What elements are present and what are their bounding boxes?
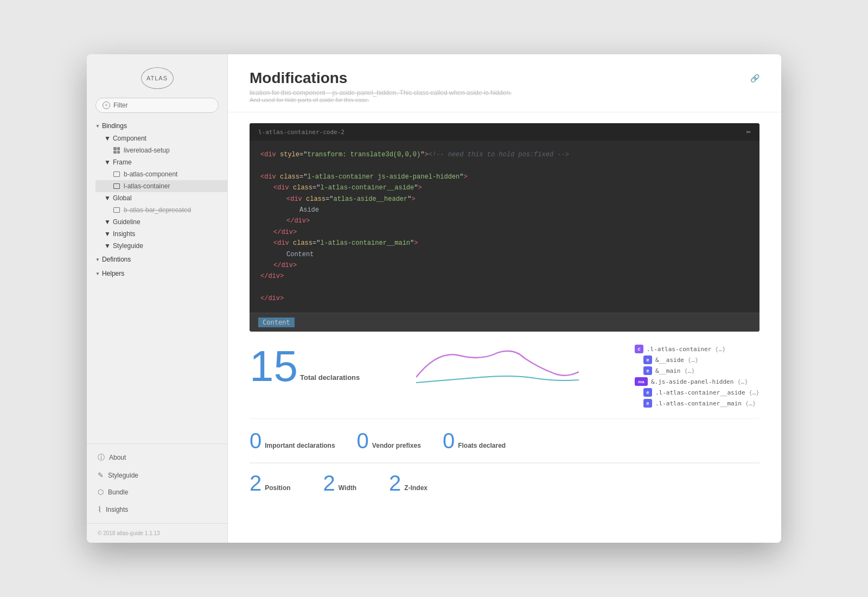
component-grid-icon	[113, 147, 120, 154]
link-icon[interactable]: 🔗	[750, 74, 760, 82]
nav-sub-insights[interactable]: ▼ Insights	[95, 228, 227, 240]
zindex-label: Z-Index	[404, 484, 427, 494]
nav-section-helpers-header[interactable]: ▼ Helpers	[87, 267, 227, 280]
triangle-icon: ▼	[104, 218, 111, 226]
nav-sub-styleguide[interactable]: ▼ Styleguide	[95, 240, 227, 252]
sidebar-nav: ▼ Bindings ▼ Component	[87, 119, 227, 443]
nav-section-definitions: ▼ Defintions	[87, 253, 227, 266]
badge-e-1: e	[643, 355, 652, 364]
badge-e-5: e	[643, 399, 652, 408]
code-block-id: l-atlas-container-code-2	[258, 129, 344, 136]
total-declarations-stat: 15 Total declarations	[250, 345, 360, 388]
nav-sub-guideline[interactable]: ▼ Guideline	[95, 216, 227, 228]
position-label: Position	[265, 484, 290, 494]
width-stat: 2 Width	[323, 472, 356, 494]
nav-section-bindings-header[interactable]: ▼ Bindings	[87, 119, 227, 132]
selector-item-3: ma &.js-aside-panel-hidden {…}	[635, 377, 760, 386]
nav-sub-frame[interactable]: ▼ Frame	[95, 156, 227, 168]
main-content: Modifications lication for this componen…	[228, 54, 781, 543]
selector-text-3: &.js-aside-panel-hidden {…}	[651, 378, 748, 385]
zindex-stat: 2 Z-Index	[389, 472, 427, 494]
code-line-6: </div>	[260, 215, 749, 226]
selector-item-2: e &__main {…}	[635, 366, 760, 375]
selector-text-2: &__main {…}	[655, 367, 695, 374]
code-line-3: <div class="l-atlas-container__aside">	[260, 182, 749, 193]
nav-item-b-atlas-component[interactable]: b-atlas-component	[95, 168, 227, 180]
bundle-icon: ⬡	[98, 488, 104, 496]
selectors-list: c .l-atlas-container {…} e &__aside {…} …	[635, 345, 760, 408]
important-label: Important declarations	[265, 442, 335, 452]
selector-text-1: &__aside {…}	[655, 357, 698, 364]
bottom-link-about[interactable]: ⓘ About	[87, 448, 227, 467]
nav-subsection-frame: ▼ Frame b-atlas-component l-atlas-cont	[87, 156, 227, 192]
chart-area	[371, 345, 624, 388]
filter-icon: +	[103, 101, 110, 109]
nav-section-bindings: ▼ Bindings ▼ Component	[87, 119, 227, 252]
insights-stats: 15 Total declarations c .l-atlas-contain…	[250, 345, 760, 419]
nav-section-definitions-header[interactable]: ▼ Defintions	[87, 253, 227, 266]
bottom-stats-row2: 2 Position 2 Width 2 Z-Index	[250, 463, 760, 494]
code-line-1: <div style="transform: translate3d(0,0,0…	[260, 149, 749, 160]
floats-label: Floats declared	[458, 442, 506, 452]
code-line-10: </div>	[260, 260, 749, 271]
bottom-link-bundle[interactable]: ⬡ Bundle	[87, 484, 227, 500]
app-window: ATLAS + Filter ▼ Bindings ▼ Component	[87, 54, 781, 543]
bottom-stats-row1: 0 Important declarations 0 Vendor prefix…	[250, 430, 760, 463]
selector-text-4: .l-atlas-container__aside {…}	[655, 389, 760, 396]
main-subtitle2: And used for hide parts of aside for thi…	[250, 97, 760, 103]
badge-ma-3: ma	[635, 377, 648, 386]
selector-item-4: e .l-atlas-container__aside {…}	[635, 388, 760, 397]
selector-text-0: .l-atlas-container {…}	[647, 346, 726, 353]
nav-item-livereload[interactable]: livereload-setup	[95, 144, 227, 156]
nav-item-b-atlas-bar[interactable]: b-atlas-bar_deprecated	[95, 204, 227, 216]
triangle-icon: ▼	[104, 230, 111, 238]
floats-stat: 0 Floats declared	[443, 430, 506, 452]
code-line-9: Content	[260, 249, 749, 260]
main-header: Modifications lication for this componen…	[228, 54, 781, 112]
nav-sub-global[interactable]: ▼ Global	[95, 192, 227, 204]
page-title: Modifications	[250, 69, 760, 87]
badge-e-2: e	[643, 366, 652, 375]
sidebar-footer: © 2018 atlas-guide 1.1.13	[87, 523, 227, 543]
triangle-icon: ▼	[95, 271, 100, 276]
main-subtitle: lication for this component – js-aside-p…	[250, 89, 760, 97]
code-line-8: <div class="l-atlas-container__main">	[260, 238, 749, 249]
vendor-prefixes-stat: 0 Vendor prefixes	[357, 430, 421, 452]
bottom-link-insights[interactable]: ⌇ Insights	[87, 500, 227, 519]
code-block: l-atlas-container-code-2 ✂ <div style="t…	[250, 123, 760, 332]
filter-bar[interactable]: + Filter	[95, 98, 219, 113]
width-number: 2	[323, 472, 335, 494]
total-declarations-number: 15	[250, 345, 298, 388]
styleguide-icon: ✎	[98, 471, 104, 479]
nav-item-l-atlas-container[interactable]: l-atlas-container	[95, 180, 227, 192]
frame-icon	[113, 206, 120, 214]
triangle-icon: ▼	[95, 257, 100, 262]
declarations-chart	[416, 345, 579, 388]
frame-active-icon	[113, 182, 120, 190]
code-line-7: </div>	[260, 227, 749, 238]
insights-icon: ⌇	[98, 505, 101, 515]
logo-circle: ATLAS	[141, 67, 174, 89]
code-line-2: <div class="l-atlas-container js-aside-p…	[260, 172, 749, 182]
important-number: 0	[250, 430, 261, 452]
frame-shape-icon	[113, 207, 120, 213]
position-stat: 2 Position	[250, 472, 291, 494]
nav-subsection-insights: ▼ Insights	[87, 228, 227, 240]
nav-sub-component[interactable]: ▼ Component	[95, 132, 227, 144]
info-icon: ⓘ	[98, 453, 105, 462]
position-number: 2	[250, 472, 261, 494]
scissors-icon[interactable]: ✂	[746, 128, 751, 136]
triangle-icon: ▼	[104, 135, 111, 142]
nav-subsection-component: ▼ Component livereload-setup	[87, 132, 227, 156]
bottom-link-styleguide[interactable]: ✎ Styleguide	[87, 467, 227, 484]
component-icon	[113, 147, 120, 154]
code-line-5: Aside	[260, 205, 749, 215]
insights-panel: 15 Total declarations c .l-atlas-contain…	[250, 345, 760, 494]
code-line-12: </div>	[260, 293, 749, 304]
triangle-icon: ▼	[104, 158, 111, 166]
triangle-icon: ▼	[104, 194, 111, 202]
triangle-icon: ▼	[95, 124, 100, 129]
nav-subsection-global: ▼ Global b-atlas-bar_deprecated	[87, 192, 227, 216]
frame-shape-icon	[113, 172, 120, 177]
filter-label: Filter	[113, 101, 128, 109]
